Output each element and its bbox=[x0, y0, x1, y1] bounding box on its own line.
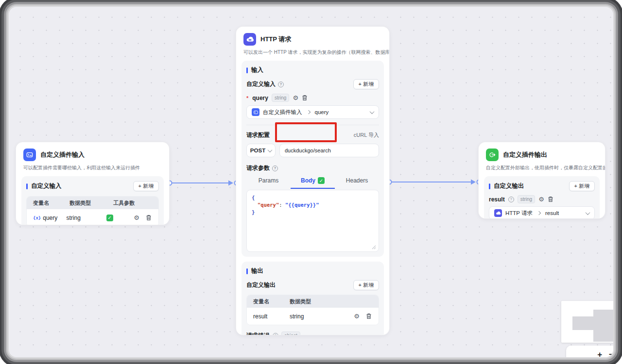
zoom-out-button[interactable]: − bbox=[609, 350, 613, 357]
custom-input-panel: 自定义输入 + 新增 变量名 数据类型 工具参数 {x} query strin… bbox=[21, 176, 164, 225]
http-cloud-icon bbox=[494, 209, 502, 217]
add-http-input-button[interactable]: + 新增 bbox=[353, 79, 379, 89]
col-tool-param: 工具参数 bbox=[113, 199, 143, 207]
body-check-icon bbox=[318, 177, 325, 184]
plugin-output-icon bbox=[486, 149, 499, 161]
node-description: 可以发出一个 HTTP 请求，实现更为复杂的操作（联网搜索、数据库查询等） bbox=[236, 49, 389, 61]
app-window: 自定义插件输入 可以配置插件需要哪些输入，利用这些输入来运行插件 自定义输入 +… bbox=[0, 0, 622, 364]
col-variable-name: 变量名 bbox=[247, 298, 290, 305]
gear-icon[interactable]: ⚙ bbox=[134, 215, 139, 221]
custom-output-panel: 自定义输出 + 新增 result ? string ⚙ HTTP 请求 res bbox=[484, 176, 600, 218]
add-http-output-button[interactable]: + 新增 bbox=[353, 280, 379, 290]
table-row[interactable]: {x} query string ⚙ bbox=[27, 209, 158, 225]
node-plugin-output[interactable]: 自定义插件输出 自定义配置外部输出，使用插件时，仅暴露自定义配置的输出 自定义输… bbox=[479, 142, 605, 218]
node-header: 自定义插件输出 bbox=[479, 142, 605, 165]
body-code-editor[interactable]: { "query": "{{query}}" } bbox=[246, 190, 379, 252]
output-section-title: 输出 bbox=[251, 267, 263, 275]
method-value: POST bbox=[250, 148, 265, 153]
tab-headers-label: Headers bbox=[346, 177, 368, 184]
section-title: 自定义输入 bbox=[31, 182, 62, 190]
required-marker: * bbox=[246, 95, 248, 101]
minimap[interactable] bbox=[561, 301, 613, 343]
field-type-badge: string bbox=[518, 195, 535, 203]
node-plugin-input[interactable]: 自定义插件输入 可以配置插件需要哪些输入，利用这些输入来运行插件 自定义输入 +… bbox=[16, 142, 169, 225]
request-error-label: 请求错误 bbox=[246, 331, 270, 335]
gear-icon[interactable]: ⚙ bbox=[538, 196, 544, 202]
node-title: 自定义插件输入 bbox=[40, 150, 85, 159]
edge-input-to-http bbox=[172, 181, 233, 186]
variable-type: string bbox=[290, 313, 333, 320]
gear-icon[interactable]: ⚙ bbox=[354, 313, 360, 319]
node-header: 自定义插件输入 bbox=[16, 142, 169, 165]
custom-input-label: 自定义输入 bbox=[246, 80, 276, 88]
edge-http-to-output bbox=[392, 180, 476, 185]
ref-field-name: result bbox=[545, 210, 583, 216]
param-name: query bbox=[252, 95, 268, 101]
curl-import-link[interactable]: cURL 导入 bbox=[354, 132, 379, 139]
variable-name: result bbox=[247, 313, 290, 320]
tool-param-checkbox[interactable] bbox=[106, 215, 113, 221]
col-variable-name: 变量名 bbox=[27, 199, 69, 207]
chevron-right-icon bbox=[537, 211, 541, 215]
variable-name: query bbox=[43, 215, 57, 221]
node-title: HTTP 请求 bbox=[260, 35, 291, 44]
resize-handle[interactable] bbox=[371, 245, 376, 249]
query-ref-select[interactable]: 自定义插件输入 query bbox=[246, 105, 379, 119]
table-header: 变量名 数据类型 工具参数 bbox=[27, 197, 158, 209]
section-bar bbox=[246, 268, 248, 274]
param-type-badge: string bbox=[272, 94, 289, 102]
tab-body-label: Body bbox=[301, 177, 315, 184]
chevron-down-icon bbox=[586, 210, 590, 215]
trash-icon[interactable] bbox=[548, 196, 553, 202]
workflow-canvas[interactable]: 自定义插件输入 可以配置插件需要哪些输入，利用这些输入来运行插件 自定义输入 +… bbox=[9, 7, 613, 357]
tab-params[interactable]: Params bbox=[246, 174, 291, 189]
chevron-right-icon bbox=[306, 110, 310, 114]
code-colon: : bbox=[279, 202, 285, 208]
code-brace-close: } bbox=[252, 209, 255, 215]
url-input[interactable] bbox=[279, 144, 379, 157]
help-icon[interactable]: ? bbox=[278, 82, 284, 87]
zoom-in-button[interactable]: + bbox=[597, 350, 602, 357]
gear-icon[interactable]: ⚙ bbox=[293, 95, 298, 101]
section-title: 自定义输出 bbox=[494, 182, 524, 190]
node-http-request[interactable]: HTTP 请求 可以发出一个 HTTP 请求，实现更为复杂的操作（联网搜索、数据… bbox=[236, 27, 389, 335]
input-variables-table: 变量名 数据类型 工具参数 {x} query string ⚙ bbox=[26, 196, 159, 225]
field-name: result bbox=[489, 196, 505, 203]
zoom-toolbar: + − bbox=[566, 346, 613, 357]
section-bar bbox=[246, 67, 248, 73]
error-type-badge: object bbox=[281, 331, 300, 335]
section-bar bbox=[489, 183, 490, 189]
add-output-button[interactable]: + 新增 bbox=[569, 181, 595, 191]
trash-icon[interactable] bbox=[366, 313, 372, 319]
add-input-button[interactable]: + 新增 bbox=[133, 181, 159, 191]
tab-headers[interactable]: Headers bbox=[335, 174, 379, 189]
chevron-down-icon bbox=[370, 109, 375, 114]
result-ref-select[interactable]: HTTP 请求 result bbox=[489, 206, 595, 218]
request-params-tabs: Params Body Headers bbox=[246, 174, 379, 189]
request-config-label: 请求配置 bbox=[246, 131, 270, 139]
code-value: "{{query}}" bbox=[285, 202, 319, 208]
trash-icon[interactable] bbox=[302, 95, 308, 101]
http-cloud-icon bbox=[243, 33, 256, 46]
code-key: "query" bbox=[258, 202, 279, 208]
tab-body[interactable]: Body bbox=[291, 174, 335, 189]
code-brace-open: { bbox=[252, 195, 255, 200]
help-icon[interactable]: ? bbox=[273, 333, 278, 335]
request-params-label: 请求参数 bbox=[246, 164, 270, 172]
input-section-title: 输入 bbox=[251, 66, 263, 74]
output-variables-table: 变量名 数据类型 result string ⚙ bbox=[246, 295, 379, 325]
plugin-input-icon bbox=[23, 149, 36, 161]
ref-field-name: query bbox=[315, 109, 367, 115]
trash-icon[interactable] bbox=[146, 215, 152, 221]
tab-params-label: Params bbox=[259, 177, 278, 184]
ref-node-name: HTTP 请求 bbox=[505, 210, 533, 217]
method-select[interactable]: POST bbox=[246, 144, 276, 157]
http-input-panel: 输入 自定义输入 ? + 新增 * query string ⚙ bbox=[242, 61, 384, 257]
table-row[interactable]: result string ⚙ bbox=[247, 308, 379, 325]
help-icon[interactable]: ? bbox=[508, 197, 514, 202]
minimap-node bbox=[572, 316, 594, 330]
node-title: 自定义插件输出 bbox=[503, 150, 547, 159]
node-description: 可以配置插件需要哪些输入，利用这些输入来运行插件 bbox=[16, 165, 169, 176]
col-data-type: 数据类型 bbox=[290, 298, 333, 305]
help-icon[interactable]: ? bbox=[272, 165, 278, 171]
